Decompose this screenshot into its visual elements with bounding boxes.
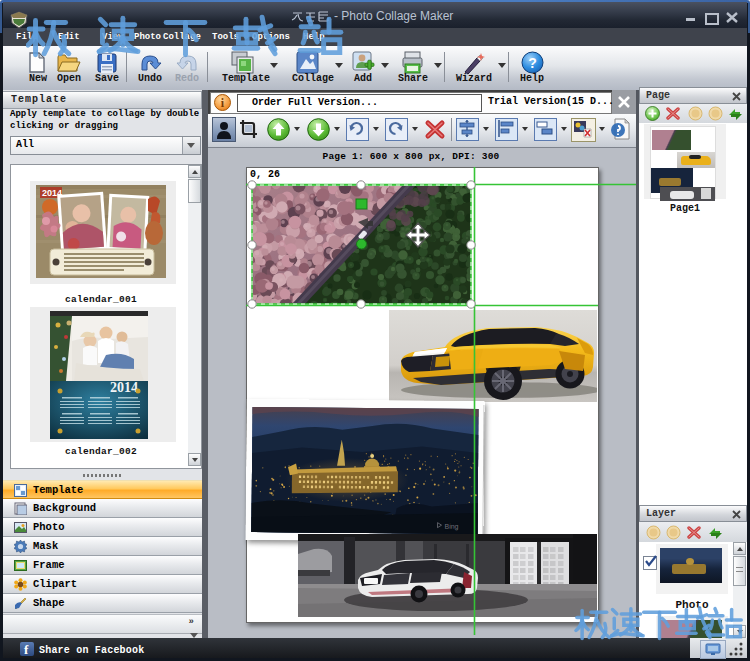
- svg-text:?: ?: [528, 55, 537, 71]
- svg-text:2014: 2014: [110, 380, 138, 395]
